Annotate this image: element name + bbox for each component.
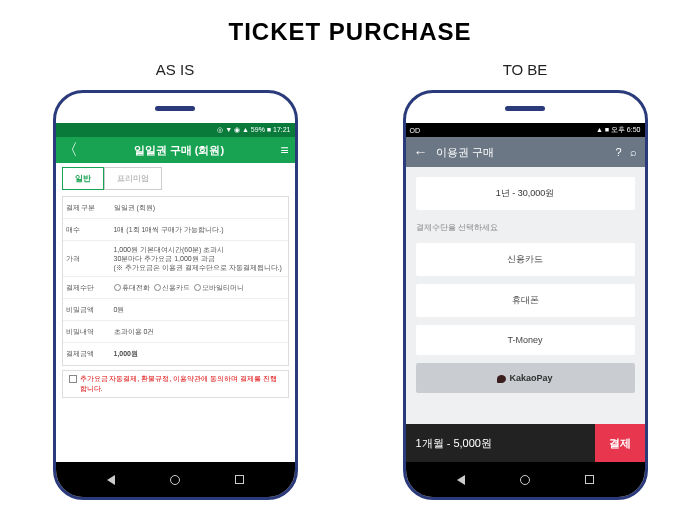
android-nav <box>56 462 295 497</box>
nav-home-icon[interactable] <box>520 475 530 485</box>
asis-table: 결제 구분 일일권 (회원) 매수 1매 (1회 1매씩 구매가 가능합니다.)… <box>62 196 289 366</box>
tab-general[interactable]: 일반 <box>62 167 104 190</box>
pay-method-phone[interactable]: 휴대폰 <box>416 284 635 317</box>
table-row: 매수 1매 (1회 1매씩 구매가 가능합니다.) <box>63 219 288 241</box>
table-row: 가격 1,000원 기본대여시간(60분) 초과시 30분마다 추가요금 1,0… <box>63 241 288 277</box>
bottom-price: 1개월 - 5,000원 <box>406 436 595 451</box>
speaker-slot <box>155 106 195 111</box>
table-row: 비밀내역 초과이용 0건 <box>63 321 288 343</box>
nav-recent-icon[interactable] <box>235 475 244 484</box>
pay-method-card[interactable]: 신용카드 <box>416 243 635 276</box>
bottom-bar: 1개월 - 5,000원 결제 <box>406 424 645 462</box>
radio-phone[interactable]: 휴대전화 <box>114 283 150 293</box>
tobe-screen: OD ▲ ■ 오후 6:50 ← 이용권 구매 ? ⌕ 1년 - 30,000원… <box>406 123 645 462</box>
back-arrow-icon[interactable]: ← <box>414 144 428 160</box>
nav-home-icon[interactable] <box>170 475 180 485</box>
back-icon[interactable]: 〈 <box>62 140 78 161</box>
consent-row[interactable]: 추가요금 자동결제, 환불규정, 이용약관에 동의하며 결제를 진행 합니다. <box>62 370 289 398</box>
table-row: 결제금액 1,000원 <box>63 343 288 365</box>
tobe-header-title: 이용권 구매 <box>436 145 608 160</box>
table-row: 결제수단 휴대전화 신용카드 모바일티머니 <box>63 277 288 299</box>
tobe-body: 1년 - 30,000원 결제수단을 선택하세요 신용카드 휴대폰 T-Mone… <box>406 167 645 424</box>
pay-method-tmoney[interactable]: T-Money <box>416 325 635 355</box>
tobe-header: ← 이용권 구매 ? ⌕ <box>406 137 645 167</box>
page-title: TICKET PURCHASE <box>0 0 700 46</box>
radio-card[interactable]: 신용카드 <box>154 283 190 293</box>
nav-back-icon[interactable] <box>457 475 465 485</box>
asis-tabs: 일반 프리미엄 <box>56 163 295 194</box>
tobe-phone-frame: OD ▲ ■ 오후 6:50 ← 이용권 구매 ? ⌕ 1년 - 30,000원… <box>403 90 648 500</box>
consent-checkbox[interactable] <box>69 375 77 383</box>
asis-phone-frame: ◎ ▼ ◉ ▲ 59% ■ 17:21 〈 일일권 구매 (회원) ≡ 일반 프… <box>53 90 298 500</box>
nav-recent-icon[interactable] <box>585 475 594 484</box>
plan-selector[interactable]: 1년 - 30,000원 <box>416 177 635 210</box>
android-nav <box>406 462 645 497</box>
asis-status-bar: ◎ ▼ ◉ ▲ 59% ■ 17:21 <box>56 123 295 137</box>
pay-button[interactable]: 결제 <box>595 424 645 462</box>
tab-premium[interactable]: 프리미엄 <box>104 167 162 190</box>
search-icon[interactable]: ⌕ <box>630 146 637 158</box>
asis-screen: ◎ ▼ ◉ ▲ 59% ■ 17:21 〈 일일권 구매 (회원) ≡ 일반 프… <box>56 123 295 462</box>
asis-header: 〈 일일권 구매 (회원) ≡ <box>56 137 295 163</box>
table-row: 결제 구분 일일권 (회원) <box>63 197 288 219</box>
asis-column: AS IS ◎ ▼ ◉ ▲ 59% ■ 17:21 〈 일일권 구매 (회원) … <box>53 61 298 500</box>
pay-method-kakaopay[interactable]: KakaoPay <box>416 363 635 393</box>
menu-icon[interactable]: ≡ <box>280 142 288 158</box>
speaker-slot <box>505 106 545 111</box>
table-row: 비밀금액 0원 <box>63 299 288 321</box>
asis-label: AS IS <box>156 61 194 78</box>
kakao-icon <box>497 375 506 383</box>
nav-back-icon[interactable] <box>107 475 115 485</box>
consent-text: 추가요금 자동결제, 환불규정, 이용약관에 동의하며 결제를 진행 합니다. <box>80 374 282 394</box>
tobe-column: TO BE OD ▲ ■ 오후 6:50 ← 이용권 구매 ? ⌕ 1년 - 3… <box>403 61 648 500</box>
tobe-label: TO BE <box>503 61 548 78</box>
radio-tmoney[interactable]: 모바일티머니 <box>194 283 244 293</box>
payment-select-label: 결제수단을 선택하세요 <box>416 222 635 233</box>
asis-header-title: 일일권 구매 (회원) <box>78 143 281 158</box>
tobe-status-bar: OD ▲ ■ 오후 6:50 <box>406 123 645 137</box>
help-icon[interactable]: ? <box>615 146 621 158</box>
